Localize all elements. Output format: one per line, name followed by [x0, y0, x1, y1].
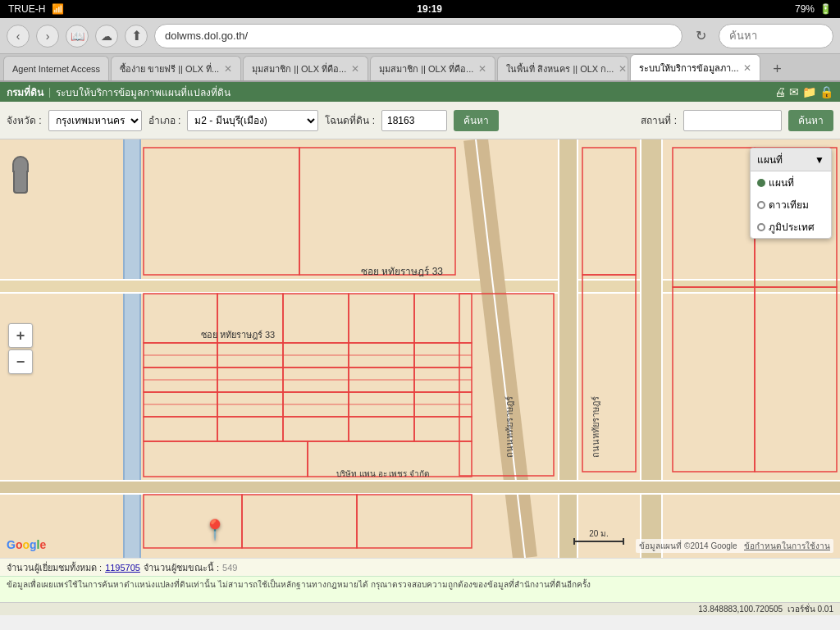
- share-button[interactable]: ⬆: [125, 25, 148, 48]
- map-type-map-label: แผนที่: [769, 175, 794, 190]
- folder-icon[interactable]: 📁: [802, 85, 816, 98]
- province-select[interactable]: กรุงเทพมหานคร: [48, 110, 142, 131]
- svg-rect-11: [577, 139, 578, 558]
- cloud-button[interactable]: ☁: [95, 25, 118, 48]
- map-type-option-map[interactable]: แผนที่: [751, 171, 831, 194]
- map-pin: 📍: [203, 518, 227, 541]
- tab-olx-3[interactable]: มุมสมาชิก || OLX ที่คือ... ✕: [370, 56, 495, 80]
- tab-close-button[interactable]: ✕: [478, 63, 486, 75]
- tab-olx-1[interactable]: ซื้อง่าย ขายฟรี || OLX ที่... ✕: [111, 56, 241, 80]
- tab-olx-2[interactable]: มุมสมาชิก || OLX ที่คือ... ✕: [243, 56, 368, 80]
- district-label: อำเภอ :: [148, 112, 181, 128]
- tab-label: ระบบให้บริการข้อมูลภา...: [639, 61, 738, 75]
- radio-dot: [757, 201, 765, 209]
- search-toolbar: จังหวัด : กรุงเทพมหานคร อำเภอ : ม2 - มีน…: [0, 102, 840, 139]
- province-label: จังหวัด :: [7, 112, 42, 128]
- new-tab-button[interactable]: +: [765, 57, 788, 80]
- svg-rect-1: [123, 139, 141, 558]
- district-select[interactable]: ม2 - มีนบุรี(เมือง): [187, 110, 318, 131]
- footer-visitors: จำนวนผู้เยี่ยมชมทั้งหมด : 1195705 จำนวนผ…: [0, 558, 840, 576]
- google-logo: Google: [7, 538, 46, 551]
- parcel-label: โฉนดที่ดิน :: [325, 112, 375, 128]
- svg-text:20 ม.: 20 ม.: [589, 529, 609, 538]
- browser-search-input[interactable]: [719, 24, 833, 48]
- map-type-label: แผนที่: [757, 152, 783, 167]
- department-title: กรมที่ดิน: [7, 84, 43, 100]
- attribution-text: ข้อมูลแผนที่ ©2014 Google: [639, 541, 737, 550]
- tab-label: มุมสมาชิก || OLX ที่คือ...: [252, 62, 346, 76]
- visitors-count[interactable]: 1195705: [105, 563, 140, 573]
- online-label: จำนวนผู้ชมขณะนี้ :: [144, 560, 219, 575]
- email-icon[interactable]: ✉: [789, 85, 799, 98]
- version-label: เวอร์ชั่น 0.01: [788, 603, 833, 615]
- browser-chrome: ‹ › 📖 ☁ ⬆ ↻: [0, 18, 840, 54]
- tab-land-map[interactable]: ระบบให้บริการข้อมูลภา... ✕: [630, 54, 760, 80]
- time-display: 19:19: [417, 3, 442, 15]
- svg-text:ถนนหทัยราษฎร์: ถนนหทัยราษฎร์: [591, 396, 600, 458]
- search-button-2[interactable]: ค้นหา: [788, 110, 833, 131]
- search-button-1[interactable]: ค้นหา: [454, 110, 499, 131]
- svg-rect-16: [0, 480, 840, 482]
- parcel-input[interactable]: [381, 110, 447, 131]
- tab-label: มุมสมาชิก || OLX ที่คือ...: [379, 62, 473, 76]
- map-type-header[interactable]: แผนที่ ▼: [751, 148, 831, 171]
- zoom-out-button[interactable]: −: [8, 349, 33, 374]
- refresh-button[interactable]: ↻: [689, 25, 712, 48]
- coordinates-display: 13.848883,100.720505: [698, 605, 783, 614]
- tab-close-button[interactable]: ✕: [351, 63, 359, 75]
- tab-agent-internet[interactable]: Agent Internet Access: [3, 56, 109, 80]
- svg-rect-14: [661, 139, 663, 558]
- terms-link[interactable]: ข้อกำหนดในการใช้งาน: [744, 541, 830, 550]
- map-attribution: ข้อมูลแผนที่ ©2014 Google ข้อกำหนดในการใ…: [636, 539, 833, 553]
- wifi-icon: 📶: [52, 3, 64, 15]
- header-icons: 🖨 ✉ 📁 🔒: [774, 85, 833, 98]
- map-type-satellite-label: ดาวเทียม: [769, 197, 809, 212]
- online-count: 549: [222, 563, 237, 573]
- page-subtitle: ระบบให้บริการข้อมูลภาพแผนที่แปลงที่ดิน: [56, 84, 231, 100]
- tabs-bar: Agent Internet Access ซื้อง่าย ขายฟรี ||…: [0, 54, 840, 82]
- pegman-icon[interactable]: [8, 156, 33, 197]
- svg-rect-4: [0, 279, 840, 294]
- station-label: สถานที่ :: [641, 112, 677, 128]
- status-bar-left: TRUE-H 📶: [8, 3, 64, 15]
- tab-olx-4[interactable]: ในพื้นที่ สิงหนคร || OLX ก... ✕: [497, 56, 628, 80]
- battery-label: 79%: [795, 3, 815, 15]
- forward-button[interactable]: ›: [36, 25, 59, 48]
- map-svg: ซอย หทัยราษฎร์ 33 ซอย หทัยราษฎร์ 33 ถนนห…: [0, 139, 840, 558]
- zoom-in-button[interactable]: +: [8, 323, 33, 348]
- disclaimer-bar: ข้อมูลเพื่อเผยแพร่ใช้ในการค้นหาตำแหน่งแป…: [0, 576, 840, 602]
- tab-close-button[interactable]: ✕: [224, 63, 232, 75]
- coords-bar: 13.848883,100.720505 เวอร์ชั่น 0.01: [0, 602, 840, 615]
- tab-close-button[interactable]: ✕: [743, 62, 751, 74]
- svg-rect-9: [558, 139, 578, 558]
- svg-text:ซอย หทัยราษฎร์ 33: ซอย หทัยราษฎร์ 33: [201, 330, 275, 340]
- map-type-dropdown: แผนที่ ▼ แผนที่ ดาวเทียม ภูมิประเทศ: [750, 148, 832, 239]
- tab-label: ซื้อง่าย ขายฟรี || OLX ที่...: [120, 62, 219, 76]
- carrier-label: TRUE-H: [8, 3, 45, 15]
- battery-icon: 🔋: [819, 3, 832, 15]
- station-input[interactable]: [683, 110, 782, 131]
- status-bar: TRUE-H 📶 19:19 79% 🔋: [0, 0, 840, 18]
- map-type-option-satellite[interactable]: ดาวเทียม: [751, 194, 831, 216]
- status-bar-right: 79% 🔋: [795, 3, 832, 15]
- dropdown-arrow-icon: ▼: [815, 154, 824, 166]
- map-container[interactable]: ซอย หทัยราษฎร์ 33 ซอย หทัยราษฎร์ 33 ถนนห…: [0, 139, 840, 558]
- svg-rect-3: [139, 139, 141, 558]
- tab-close-button[interactable]: ✕: [619, 63, 627, 75]
- svg-rect-12: [640, 139, 663, 558]
- bookmarks-button[interactable]: 📖: [66, 25, 89, 48]
- print-icon[interactable]: 🖨: [774, 85, 786, 98]
- svg-rect-13: [640, 139, 641, 558]
- svg-rect-2: [123, 139, 125, 558]
- map-type-option-terrain[interactable]: ภูมิประเทศ: [751, 216, 831, 238]
- lock-icon[interactable]: 🔒: [819, 85, 833, 98]
- back-button[interactable]: ‹: [7, 25, 30, 48]
- tab-label: ในพื้นที่ สิงหนคร || OLX ก...: [506, 62, 614, 76]
- tab-label: Agent Internet Access: [12, 64, 100, 74]
- svg-rect-10: [558, 139, 559, 558]
- map-type-terrain-label: ภูมิประเทศ: [769, 219, 815, 235]
- page-header: กรมที่ดิน | ระบบให้บริการข้อมูลภาพแผนที่…: [0, 82, 840, 102]
- svg-rect-15: [0, 480, 840, 495]
- address-bar[interactable]: [154, 24, 682, 48]
- header-separator: |: [48, 86, 51, 98]
